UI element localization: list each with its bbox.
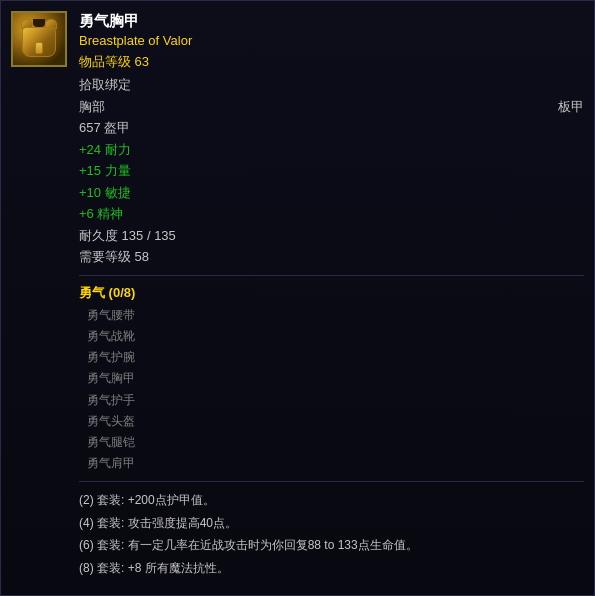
item-required-level: 需要等级 58 [79, 247, 584, 267]
set-item-3: 勇气胸甲 [79, 369, 584, 388]
stat-2: +10 敏捷 [79, 183, 584, 203]
item-bind: 拾取绑定 [79, 75, 584, 95]
divider-1 [79, 275, 584, 276]
set-item-6: 勇气腿铠 [79, 433, 584, 452]
tooltip-container: 勇气胸甲 Breastplate of Valor 物品等级 63 拾取绑定 胸… [0, 0, 595, 596]
stat-0: +24 耐力 [79, 140, 584, 160]
bp-detail [35, 42, 43, 54]
set-bonus-2: (6) 套装: 有一定几率在近战攻击时为你回复88 to 133点生命值。 [79, 535, 584, 555]
item-slot: 胸部 [79, 97, 105, 117]
item-name-cn: 勇气胸甲 [79, 11, 584, 31]
set-item-2: 勇气护腕 [79, 348, 584, 367]
set-item-7: 勇气肩甲 [79, 454, 584, 473]
bp-neck [33, 19, 45, 27]
set-bonus-1: (4) 套装: 攻击强度提高40点。 [79, 513, 584, 533]
item-armor-value: 657 盔甲 [79, 118, 584, 138]
breastplate-shape [21, 19, 57, 59]
set-item-1: 勇气战靴 [79, 327, 584, 346]
set-bonus-3: (8) 套装: +8 所有魔法抗性。 [79, 558, 584, 578]
item-level: 物品等级 63 [79, 53, 584, 71]
divider-2 [79, 481, 584, 482]
item-icon [11, 11, 67, 67]
stat-3: +6 精神 [79, 204, 584, 224]
info-panel: 勇气胸甲 Breastplate of Valor 物品等级 63 拾取绑定 胸… [79, 11, 584, 585]
set-item-5: 勇气头盔 [79, 412, 584, 431]
item-armor-type: 板甲 [558, 98, 584, 116]
bp-main-body [22, 27, 56, 57]
item-icon-inner [13, 13, 65, 65]
item-durability: 耐久度 135 / 135 [79, 226, 584, 246]
set-bonus-0: (2) 套装: +200点护甲值。 [79, 490, 584, 510]
item-slot-row: 胸部 板甲 [79, 97, 584, 117]
set-name: 勇气 (0/8) [79, 284, 584, 302]
stat-1: +15 力量 [79, 161, 584, 181]
set-item-4: 勇气护手 [79, 391, 584, 410]
item-name-en: Breastplate of Valor [79, 33, 584, 50]
set-item-0: 勇气腰带 [79, 306, 584, 325]
